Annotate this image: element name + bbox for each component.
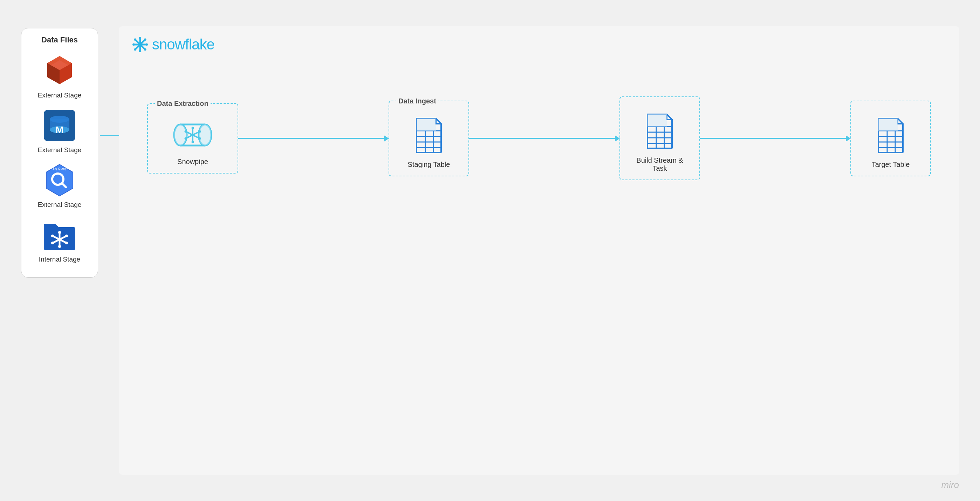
snowflake-container: snowflake Data Extraction [119,26,959,475]
mysql-icon: M [40,106,79,145]
svg-point-21 [65,242,68,244]
staging-table-label: Staging Table [408,161,450,169]
svg-text:Big Query: Big Query [52,167,67,171]
build-stream-stage: Build Stream & Task [619,96,700,180]
data-extraction-title: Data Extraction [155,100,211,108]
target-table-label: Target Table [872,161,910,169]
svg-point-33 [144,48,146,51]
svg-point-49 [199,131,201,133]
svg-point-41 [199,124,211,145]
arrow-2 [469,138,619,139]
mysql-stage-label: External Stage [38,146,82,154]
arrow-3 [700,138,850,139]
build-stream-label: Build Stream & Task [636,156,683,172]
svg-text:M: M [56,124,64,135]
snowflake-logo-icon [132,37,148,52]
svg-point-28 [139,37,142,39]
mysql-external-stage-item: M External Stage [25,106,94,154]
svg-point-19 [58,245,61,248]
target-table-stage: Target Table [850,101,931,176]
svg-point-34 [144,38,146,41]
svg-point-50 [185,137,187,140]
svg-point-47 [185,131,187,133]
staging-table-icon-wrap [413,117,445,155]
arrow-line-2 [469,138,619,139]
svg-point-46 [192,141,194,144]
svg-point-48 [199,137,201,140]
canvas: Data Files External Stage [0,0,980,501]
arrow-line-1 [238,138,388,139]
svg-point-23 [51,242,54,244]
arrow-line-3 [700,138,850,139]
svg-point-18 [58,231,61,234]
svg-point-22 [65,235,68,237]
build-stream-icon-wrap [644,113,676,151]
svg-point-40 [174,124,187,145]
sidebar-title: Data Files [41,35,78,45]
svg-rect-71 [878,118,898,131]
miro-label: miro [941,480,959,490]
bigquery-icon: Big Query [40,161,79,199]
svg-point-32 [134,38,136,41]
target-table-icon-wrap [875,117,907,155]
aws-external-stage-item: External Stage [25,51,94,99]
data-ingest-title: Data Ingest [396,97,438,105]
data-ingest-stage: Data Ingest [388,101,469,176]
snowflake-header: snowflake [132,36,215,53]
data-files-sidebar: Data Files External Stage [21,28,98,278]
bigquery-external-stage-item: Big Query External Stage [25,161,94,209]
svg-point-45 [192,127,194,129]
svg-point-20 [51,235,54,237]
snowflake-brand-text: snowflake [152,36,215,53]
pipeline: Data Extraction [147,96,931,180]
svg-point-29 [139,50,142,52]
svg-point-35 [134,48,136,51]
internal-stage-label: Internal Stage [39,255,80,263]
bigquery-stage-label: External Stage [38,201,82,209]
svg-rect-64 [648,114,667,126]
snowpipe-label: Snowpipe [177,158,208,166]
svg-point-30 [132,43,135,46]
data-extraction-stage: Data Extraction [147,103,238,174]
svg-rect-57 [417,118,436,131]
aws-icon [40,51,79,90]
snowflake-folder-icon [40,215,79,254]
arrow-1 [238,138,388,139]
internal-stage-item: Internal Stage [25,215,94,263]
svg-point-31 [145,43,148,46]
snowpipe-icon-wrap [170,119,215,152]
aws-stage-label: External Stage [38,91,82,99]
